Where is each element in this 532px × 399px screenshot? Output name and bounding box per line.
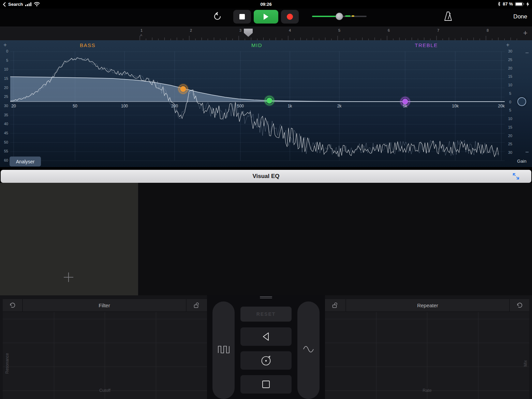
reset-button[interactable]: RESET: [240, 307, 292, 322]
play-button[interactable]: [254, 10, 278, 24]
status-bar: Search 09:26 87 %: [0, 0, 532, 9]
status-clock: 09:26: [0, 2, 532, 7]
eq-gain-label-right: 0: [506, 100, 515, 104]
record-icon: [287, 14, 293, 20]
filter-x-label: Cutoff: [3, 388, 207, 393]
eq-db-label-left: 20: [0, 86, 8, 90]
eq-gain-label-right: 25: [506, 142, 515, 146]
sine-wave-slider[interactable]: [297, 301, 320, 399]
ruler-bar-number: 7: [437, 28, 439, 32]
eq-db-label-left: 5: [0, 58, 8, 62]
stop-button[interactable]: [233, 10, 251, 24]
eq-freq-label: 5k: [397, 104, 414, 108]
volume-active-track: [312, 16, 337, 17]
grid-line: [427, 312, 427, 399]
unlock-icon: [332, 302, 339, 308]
eq-freq-label: 10k: [447, 104, 464, 108]
ruler-bar-number: 6: [388, 28, 390, 32]
grid-line: [376, 312, 376, 399]
stop-icon: [239, 14, 245, 19]
analyser-toggle-button[interactable]: Analyser: [10, 157, 41, 166]
eq-gain-label-right: 30: [506, 49, 515, 53]
eq-gain-label-right: 15: [506, 74, 515, 78]
vinyl-spin-icon: [259, 354, 273, 367]
eq-db-label-left: 10: [0, 67, 8, 71]
eq-freq-label: 20k: [493, 104, 510, 108]
battery-fill: [516, 3, 522, 5]
eq-db-label-left: 35: [0, 113, 8, 117]
eq-freq-label: 20: [5, 104, 22, 108]
repeater-preset-history-button[interactable]: [510, 299, 529, 311]
eq-db-label-left: 60: [0, 158, 8, 162]
eq-db-label-left: 45: [0, 131, 8, 135]
ruler-ticks: [0, 27, 532, 41]
repeater-header: Repeater: [346, 299, 509, 311]
fx-pads-section: Filter Resonance Cutoff RESET: [0, 295, 532, 399]
vinyl-spin-button[interactable]: [240, 351, 292, 370]
filter-header: Filter: [23, 299, 186, 311]
filter-preset-history-button[interactable]: [3, 299, 22, 311]
eq-freq-label: 50: [66, 104, 84, 108]
square-wave-slider[interactable]: [212, 301, 235, 399]
eq-freq-label: 200: [166, 104, 183, 108]
repeater-lock-button[interactable]: [325, 299, 345, 311]
battery-percent-label: 87 %: [503, 1, 513, 6]
band-label-bass: BASS: [67, 42, 108, 48]
eq-gain-label-right: 5: [506, 108, 515, 112]
done-button[interactable]: Done: [513, 13, 527, 20]
eq-freq-label: 100: [116, 104, 133, 108]
grid-line: [325, 319, 529, 319]
grid-line: [3, 343, 207, 343]
bar-ruler[interactable]: 12345678A +: [0, 27, 532, 40]
sine-wave-icon: [302, 344, 315, 354]
filter-xy-pad[interactable]: [3, 312, 207, 399]
grid-line: [105, 312, 105, 399]
metronome-button[interactable]: [443, 11, 453, 21]
volume-knob[interactable]: [336, 13, 343, 20]
stop-fx-button[interactable]: [240, 375, 292, 394]
gain-knob[interactable]: [517, 97, 526, 106]
eq-db-label-left: 15: [0, 76, 8, 80]
grid-line: [3, 367, 207, 367]
repeater-xy-pad[interactable]: [325, 312, 529, 399]
plugin-title-bar[interactable]: Visual EQ: [1, 170, 531, 183]
stop-square-icon: [259, 378, 273, 391]
bluetooth-icon: [498, 1, 501, 6]
square-wave-icon: [217, 344, 230, 354]
track-pane-right: [138, 183, 532, 295]
eq-gain-label-right: 15: [506, 125, 515, 129]
reverse-triangle-icon: [259, 330, 273, 343]
drag-handle-icon[interactable]: [260, 298, 272, 298]
track-pane-left[interactable]: [0, 183, 138, 295]
grid-line: [325, 343, 529, 343]
drag-handle-icon[interactable]: [260, 296, 272, 297]
record-button[interactable]: [281, 10, 299, 24]
grid-line: [54, 312, 54, 399]
history-icon: [516, 302, 524, 309]
add-button[interactable]: [63, 272, 74, 283]
eq-freq-label: 500: [232, 104, 249, 108]
mid-node[interactable]: [267, 98, 272, 104]
plugin-title: Visual EQ: [252, 173, 279, 180]
ruler-bar-number: 4: [289, 28, 291, 32]
eq-freq-label: 1k: [281, 104, 298, 108]
transport-toolbar: Done: [0, 9, 532, 27]
eq-gain-label-right: 20: [506, 134, 515, 138]
band-label-mid: MID: [236, 42, 277, 48]
level-meter-yellow: [352, 15, 354, 17]
gain-scale-tick-bottom: [526, 152, 529, 152]
eq-gain-label-right: 25: [506, 58, 515, 62]
visual-eq-display[interactable]: + + Analyser Gain BASSMIDTREBLE051015202…: [0, 40, 532, 167]
grid-line: [478, 312, 478, 399]
eq-db-label-left: 40: [0, 122, 8, 126]
grid-line: [325, 367, 529, 367]
play-icon: [263, 14, 269, 20]
ruler-add-section-button[interactable]: +: [523, 29, 528, 38]
reverse-button[interactable]: [240, 327, 292, 346]
resize-plugin-button[interactable]: [512, 173, 520, 180]
undo-button[interactable]: [213, 12, 222, 21]
gain-label: Gain: [513, 159, 531, 164]
ruler-bar-number: 8: [487, 28, 489, 32]
bass-node[interactable]: [180, 86, 186, 92]
filter-lock-button[interactable]: [187, 299, 207, 311]
